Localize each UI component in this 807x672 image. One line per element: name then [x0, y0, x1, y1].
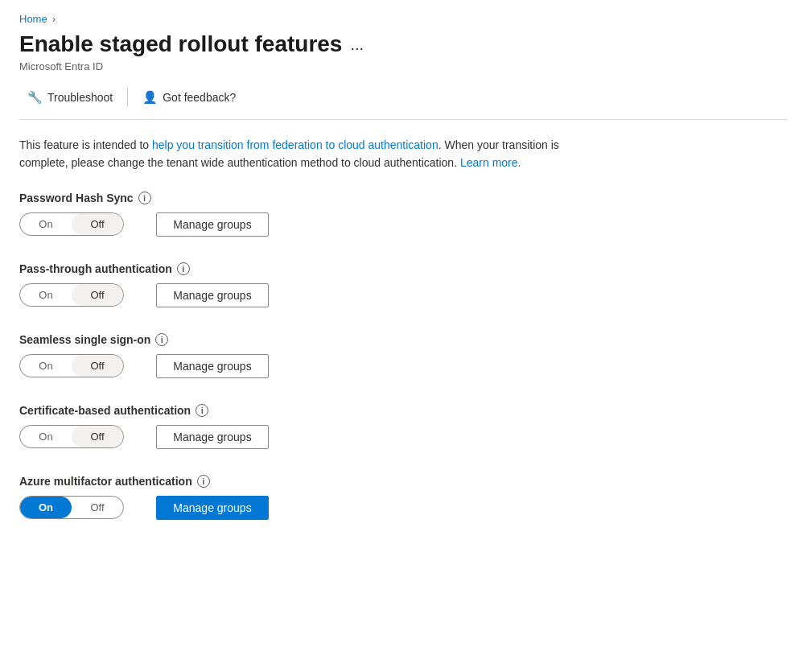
feature-controls-pass-through-auth: On Off Manage groups	[19, 283, 788, 307]
toggle-off-seamless-sso[interactable]: Off	[72, 355, 123, 377]
feature-label-azure-mfa: Azure multifactor authentication i	[19, 475, 788, 488]
toggle-on-seamless-sso[interactable]: On	[20, 355, 72, 377]
toggle-on-azure-mfa[interactable]: On	[20, 497, 72, 518]
info-icon-password-hash-sync[interactable]: i	[138, 192, 151, 204]
info-icon-cert-based-auth[interactable]: i	[196, 404, 208, 417]
more-options-button[interactable]: ...	[350, 35, 364, 54]
wrench-icon: 🔧	[27, 90, 43, 105]
page-container: Home › Enable staged rollout features ..…	[0, 0, 807, 672]
feature-section-cert-based-auth: Certificate-based authentication i On Of…	[19, 404, 788, 449]
toggle-group-cert-based-auth[interactable]: On Off	[19, 425, 124, 448]
toolbar-divider	[127, 88, 128, 107]
toggle-off-pass-through-auth[interactable]: Off	[72, 284, 123, 306]
troubleshoot-label: Troubleshoot	[47, 91, 113, 104]
manage-groups-button-azure-mfa[interactable]: Manage groups	[156, 496, 269, 520]
feature-name-password-hash-sync: Password Hash Sync	[19, 192, 134, 204]
feature-label-seamless-sso: Seamless single sign-on i	[19, 333, 788, 346]
feature-controls-cert-based-auth: On Off Manage groups	[19, 425, 788, 449]
page-title: Enable staged rollout features	[19, 31, 342, 57]
learn-more-link[interactable]: Learn more.	[460, 156, 521, 169]
toolbar: 🔧 Troubleshoot 👤 Got feedback?	[19, 85, 788, 120]
toggle-group-pass-through-auth[interactable]: On Off	[19, 283, 124, 307]
toggle-off-azure-mfa[interactable]: Off	[72, 497, 123, 518]
feature-section-azure-mfa: Azure multifactor authentication i On Of…	[19, 475, 788, 520]
manage-groups-button-seamless-sso[interactable]: Manage groups	[156, 354, 269, 378]
manage-groups-button-pass-through-auth[interactable]: Manage groups	[156, 283, 269, 307]
info-text-highlight: help you transition from federation to c…	[152, 138, 438, 151]
breadcrumb: Home ›	[19, 13, 788, 25]
feature-section-password-hash-sync: Password Hash Sync i On Off Manage group…	[19, 192, 788, 237]
breadcrumb-home[interactable]: Home	[19, 13, 47, 25]
troubleshoot-button[interactable]: 🔧 Troubleshoot	[19, 85, 121, 109]
info-text-prefix: This feature is intended to	[19, 138, 152, 151]
feature-section-pass-through-auth: Pass-through authentication i On Off Man…	[19, 262, 788, 307]
feature-name-azure-mfa: Azure multifactor authentication	[19, 475, 192, 488]
feature-section-seamless-sso: Seamless single sign-on i On Off Manage …	[19, 333, 788, 378]
feature-label-cert-based-auth: Certificate-based authentication i	[19, 404, 788, 417]
toggle-off-password-hash-sync[interactable]: Off	[72, 213, 123, 235]
toggle-group-seamless-sso[interactable]: On Off	[19, 354, 124, 377]
info-icon-pass-through-auth[interactable]: i	[177, 262, 190, 275]
toggle-on-password-hash-sync[interactable]: On	[20, 213, 72, 235]
info-icon-azure-mfa[interactable]: i	[197, 475, 210, 488]
feedback-icon: 👤	[142, 90, 158, 105]
feature-label-pass-through-auth: Pass-through authentication i	[19, 262, 788, 275]
page-subtitle: Microsoft Entra ID	[19, 60, 788, 72]
toggle-on-cert-based-auth[interactable]: On	[20, 426, 72, 447]
features-list: Password Hash Sync i On Off Manage group…	[19, 192, 788, 520]
info-icon-seamless-sso[interactable]: i	[155, 333, 168, 346]
feedback-button[interactable]: 👤 Got feedback?	[134, 85, 244, 109]
feature-name-seamless-sso: Seamless single sign-on	[19, 333, 150, 346]
toggle-group-azure-mfa[interactable]: On Off	[19, 496, 124, 519]
manage-groups-button-cert-based-auth[interactable]: Manage groups	[156, 425, 269, 449]
feature-name-pass-through-auth: Pass-through authentication	[19, 262, 172, 275]
feature-controls-azure-mfa: On Off Manage groups	[19, 496, 788, 520]
manage-groups-button-password-hash-sync[interactable]: Manage groups	[156, 212, 269, 237]
toggle-off-cert-based-auth[interactable]: Off	[72, 426, 123, 447]
breadcrumb-separator: ›	[52, 13, 56, 25]
toggle-on-pass-through-auth[interactable]: On	[20, 284, 72, 306]
feedback-label: Got feedback?	[163, 91, 236, 104]
page-title-container: Enable staged rollout features ...	[19, 31, 788, 57]
feature-label-password-hash-sync: Password Hash Sync i	[19, 192, 788, 204]
feature-controls-seamless-sso: On Off Manage groups	[19, 354, 788, 378]
info-banner: This feature is intended to help you tra…	[19, 136, 788, 172]
toggle-group-password-hash-sync[interactable]: On Off	[19, 212, 124, 236]
feature-controls-password-hash-sync: On Off Manage groups	[19, 212, 788, 237]
feature-name-cert-based-auth: Certificate-based authentication	[19, 404, 191, 417]
